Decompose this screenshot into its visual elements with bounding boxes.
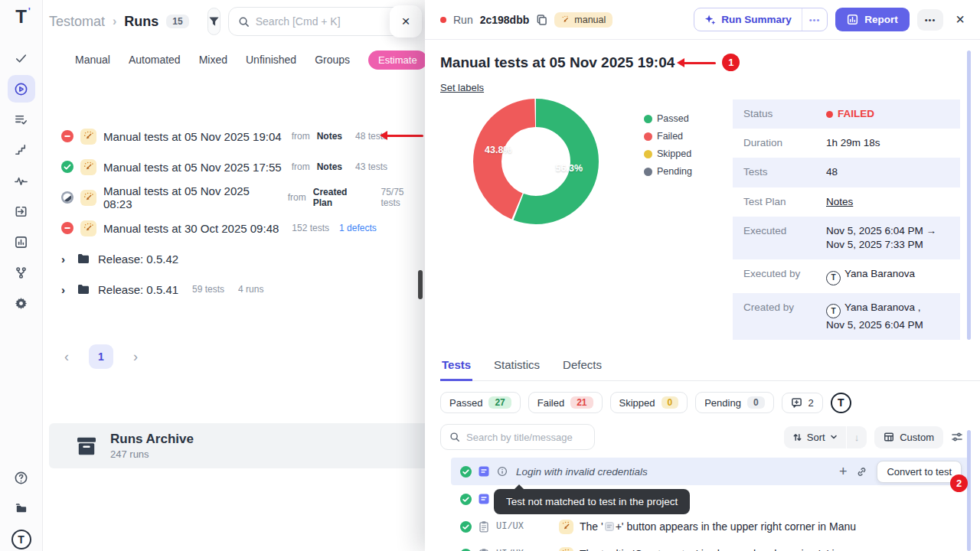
run-tests-count: 43 tests — [355, 161, 387, 172]
runs-search-input[interactable] — [256, 15, 394, 28]
run-info-table: Status FAILED Duration 1h 29m 18s Tests … — [733, 99, 960, 340]
sidebar-item-runs[interactable] — [8, 75, 35, 103]
page-1-button[interactable]: 1 — [89, 344, 113, 369]
chip-pending[interactable]: Pending0 — [695, 392, 773, 413]
tests-search[interactable] — [440, 424, 595, 450]
failed-status-icon — [61, 222, 74, 234]
run-title-heading: Manual tests at 05 Nov 2025 19:04 — [440, 54, 675, 71]
tab-defects[interactable]: Defects — [561, 352, 603, 380]
runs-filter-tabs: Manual Automated Mixed Unfinished Groups… — [43, 43, 425, 77]
manual-badge[interactable]: manual — [554, 12, 612, 28]
settings-sliders-icon[interactable] — [951, 431, 963, 443]
runs-search[interactable] — [228, 7, 404, 36]
tab-automated[interactable]: Automated — [129, 54, 181, 66]
run-row[interactable]: Manual tests at 05 Nov 2025 19:04 from N… — [61, 121, 425, 152]
runs-list: Manual tests at 05 Nov 2025 19:04 from N… — [43, 77, 425, 369]
link-icon[interactable] — [856, 466, 867, 478]
run-defects-link[interactable]: 1 defects — [339, 223, 377, 233]
add-button[interactable]: + — [839, 465, 848, 478]
tab-manual[interactable]: Manual — [75, 54, 110, 66]
tab-groups[interactable]: Groups — [315, 54, 350, 66]
run-summary-more-button[interactable]: ••• — [802, 8, 828, 31]
panel-close-button[interactable]: × — [390, 5, 422, 37]
run-row[interactable]: Manual tests at 05 Nov 2025 17:55 from N… — [61, 152, 425, 182]
failed-dot-icon — [644, 132, 652, 141]
tab-statistics[interactable]: Statistics — [492, 352, 541, 380]
user-avatar[interactable]: T — [11, 530, 31, 549]
tab-tests[interactable]: Tests — [440, 352, 472, 381]
info-label: Test Plan — [743, 195, 826, 209]
release-folder-row[interactable]: › Release: 0.5.41 59 tests 4 runs — [61, 274, 425, 305]
sidebar-item-activity[interactable] — [8, 167, 35, 194]
sidebar-item-help[interactable] — [8, 464, 35, 491]
tests-scrollbar[interactable] — [967, 430, 971, 551]
tests-value: 48 — [826, 165, 949, 179]
notepad-icon — [604, 521, 615, 532]
tab-unfinished[interactable]: Unfinished — [246, 54, 296, 66]
run-summary-button[interactable]: Run Summary ••• — [694, 8, 828, 31]
chip-passed[interactable]: Passed27 — [440, 392, 521, 413]
convert-to-test-button[interactable]: Convert to test — [877, 461, 962, 483]
detail-scrollbar[interactable] — [967, 51, 971, 340]
executed-end: Nov 5, 2025 7:33 PM — [826, 239, 923, 250]
detail-close-button[interactable]: × — [951, 11, 969, 28]
set-labels-link[interactable]: Set labels — [440, 82, 484, 93]
custom-columns-button[interactable]: Custom — [874, 426, 943, 448]
sort-direction-button[interactable]: ↓ — [846, 426, 867, 448]
search-icon — [449, 432, 460, 442]
breadcrumb-app[interactable]: Testomat — [49, 14, 105, 30]
info-label: Tests — [743, 165, 826, 179]
more-actions-button[interactable]: ••• — [917, 9, 944, 31]
copy-run-id-button[interactable] — [536, 14, 547, 25]
chevron-right-icon[interactable]: › — [61, 283, 69, 296]
run-row[interactable]: Manual tests at 05 Nov 2025 08:23 from C… — [61, 182, 425, 213]
sidebar-item-test-list[interactable] — [8, 106, 35, 133]
sidebar-item-import[interactable] — [8, 197, 35, 225]
tests-search-input[interactable] — [466, 432, 581, 443]
run-detail-panel: Run 2c198dbb manual Run Summary ••• — [425, 0, 980, 551]
filter-button[interactable] — [207, 8, 220, 35]
test-plan-link[interactable]: Notes — [826, 195, 949, 209]
executed-start: Nov 5, 2025 6:04 PM → — [826, 225, 936, 236]
failed-dot-icon — [826, 111, 833, 118]
assignee-avatar[interactable]: T — [831, 393, 851, 413]
sidebar-item-branches[interactable] — [8, 259, 35, 286]
testomat-logo[interactable]: T' — [15, 8, 27, 26]
run-source: Notes — [317, 131, 342, 142]
info-row-test-plan: Test Plan Notes — [733, 187, 960, 217]
run-row[interactable]: Manual tests at 30 Oct 2025 09:48 152 te… — [61, 213, 425, 243]
sidebar-item-analytics[interactable] — [8, 228, 35, 256]
breadcrumb-separator: › — [113, 15, 116, 28]
release-folder-row[interactable]: › Release: 0.5.42 — [61, 243, 425, 274]
info-label: Executed by — [743, 267, 826, 285]
chip-comments[interactable]: 2 — [782, 393, 823, 413]
tab-mixed[interactable]: Mixed — [199, 54, 227, 66]
runs-archive-card[interactable]: Runs Archive 247 runs — [49, 423, 425, 468]
run-title: Manual tests at 30 Oct 2025 09:48 — [103, 222, 279, 235]
check-icon — [14, 51, 28, 66]
sidebar-item-docs[interactable] — [8, 494, 35, 522]
sidebar-item-steps[interactable] — [8, 136, 35, 164]
custom-label: Custom — [900, 432, 934, 443]
sidebar-item-settings[interactable] — [8, 289, 35, 317]
sidebar-item-tasks[interactable] — [8, 44, 35, 72]
report-button[interactable]: Report — [835, 8, 910, 31]
chevron-right-icon[interactable]: › — [61, 253, 69, 266]
info-circle-icon — [496, 466, 508, 477]
runs-count-badge: 15 — [166, 15, 188, 28]
prev-page-button[interactable]: ‹ — [61, 349, 72, 365]
clipboard-icon — [478, 520, 490, 533]
detail-body: Manual tests at 05 Nov 2025 19:04 1 Set … — [425, 40, 980, 551]
chip-skipped[interactable]: Skipped0 — [610, 392, 688, 413]
estimate-badge[interactable]: Estimate — [368, 51, 425, 70]
test-row[interactable]: UI/UX The '+' button appears in the uppe… — [451, 513, 969, 540]
sort-control: Sort ↓ — [784, 426, 867, 448]
chip-failed[interactable]: Failed21 — [528, 392, 603, 413]
info-label: Status — [743, 107, 826, 121]
runs-scrollbar[interactable] — [418, 270, 423, 299]
sort-button[interactable]: Sort — [784, 426, 846, 448]
test-row[interactable]: UI/UX The tooltip 'Create notes' is show… — [451, 540, 969, 551]
test-row[interactable]: Login with invalid credentials + Convert… — [451, 458, 969, 485]
next-page-button[interactable]: › — [130, 349, 141, 365]
folder-title: Release: 0.5.41 — [98, 283, 178, 296]
